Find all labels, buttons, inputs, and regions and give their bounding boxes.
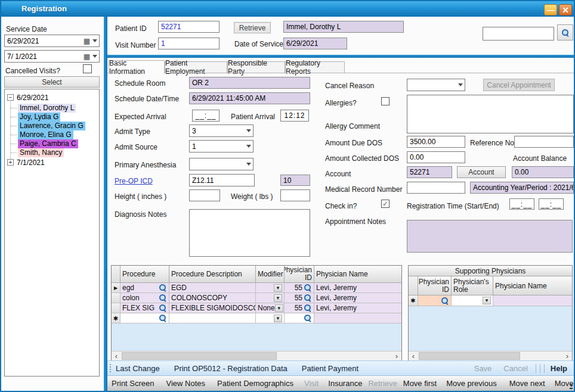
patient-payment-button[interactable]: Patient Payment (301, 364, 359, 373)
scroll-right-icon[interactable]: › (392, 351, 401, 360)
lookup-icon[interactable] (159, 294, 167, 302)
reference-no-input[interactable] (514, 136, 574, 148)
description-cell[interactable]: EGD (169, 283, 256, 293)
row-selector[interactable] (112, 293, 120, 303)
minimize-button[interactable]: — (544, 4, 557, 15)
procedure-cell[interactable]: egd (120, 283, 169, 293)
weight-input[interactable] (280, 189, 310, 201)
account-button[interactable]: Account (457, 166, 506, 178)
primary-anesthesia-select[interactable] (189, 158, 254, 170)
move-first-button[interactable]: Move first (403, 379, 437, 388)
physician-name-cell-new[interactable] (493, 295, 572, 306)
expected-arrival-input[interactable]: __:__ (192, 110, 220, 122)
service-date-from-picker[interactable]: 6/29/2021 ▦ (4, 35, 100, 47)
chevron-down-icon[interactable] (246, 163, 251, 166)
modifier-cell-new[interactable]: ▼ (256, 313, 285, 323)
tree-node-patient[interactable]: Immel, Dorothy L (18, 104, 76, 113)
search-button[interactable] (557, 24, 573, 41)
expand-icon[interactable]: + (7, 159, 14, 166)
procedure-cell-new[interactable] (120, 313, 169, 323)
lookup-icon[interactable] (304, 284, 312, 292)
chevron-down-icon[interactable] (92, 55, 97, 58)
save-button[interactable]: Save (474, 364, 493, 373)
physician-id-cell[interactable]: 55 (285, 293, 314, 303)
modifier-cell[interactable]: ▼ (256, 293, 285, 303)
modifier-cell[interactable]: ▼ (256, 283, 285, 293)
physician-name-cell[interactable]: Levi, Jeremy (314, 303, 401, 313)
tree-node-date-1[interactable]: − 6/29/2021 (7, 93, 48, 102)
select-button[interactable]: Select (4, 76, 100, 88)
scroll-left-icon[interactable]: ‹ (409, 351, 418, 360)
physician-id-cell[interactable]: 55 (285, 283, 314, 293)
lookup-icon[interactable] (159, 314, 167, 322)
collapse-icon[interactable]: − (7, 94, 14, 101)
cancel-button[interactable]: Cancel (503, 364, 528, 373)
cancelled-visits-checkbox[interactable] (83, 64, 92, 73)
scroll-thumb[interactable] (419, 352, 520, 360)
visit-button[interactable]: Visit (304, 379, 319, 388)
physician-id-cell-new[interactable] (418, 295, 452, 306)
procedures-hscrollbar[interactable]: ‹ › (112, 351, 401, 360)
physician-id-cell-new[interactable] (285, 313, 314, 323)
tree-node-date-2[interactable]: + 7/1/2021 (7, 158, 45, 167)
allergies-checkbox[interactable] (381, 97, 389, 105)
new-row-indicator[interactable]: ✱ (409, 295, 418, 306)
supporting-hscrollbar[interactable]: ‹ › (409, 351, 572, 360)
scroll-thumb[interactable] (122, 352, 277, 360)
move-previous-button[interactable]: Move previous (446, 379, 497, 388)
chevron-down-icon[interactable] (458, 83, 463, 86)
lookup-icon[interactable] (304, 294, 312, 302)
dropdown-icon[interactable]: ▼ (274, 315, 282, 322)
physician-id-cell[interactable]: 55 (285, 303, 314, 313)
dropdown-icon[interactable]: ▼ (274, 294, 282, 302)
visit-number-input[interactable]: 1 (158, 38, 220, 49)
check-in-checkbox[interactable]: ✓ (381, 200, 389, 208)
toolbar-overflow-icon[interactable]: ▾ (570, 384, 573, 389)
physician-name-cell-new[interactable] (314, 313, 401, 323)
move-next-button[interactable]: Move next (509, 379, 546, 388)
physician-role-cell-new[interactable]: ▼ (452, 295, 493, 306)
dropdown-icon[interactable]: ▼ (274, 284, 282, 292)
patient-id-input[interactable]: 52271 (158, 21, 220, 33)
chevron-down-icon[interactable] (92, 39, 97, 42)
dropdown-icon[interactable]: ▼ (275, 304, 283, 312)
help-button[interactable]: Help (550, 364, 568, 373)
pre-op-icd-input[interactable]: Z12.11 (189, 174, 255, 186)
modifier-cell[interactable]: None▼ (256, 303, 285, 313)
patient-arrival-input[interactable]: 12:12 (280, 110, 309, 122)
admit-type-select[interactable]: 3 (189, 125, 254, 137)
retrieve-button[interactable]: Retrieve (234, 22, 271, 33)
admit-source-select[interactable]: 1 (189, 140, 254, 153)
row-selector[interactable] (112, 303, 120, 313)
tab-responsible-party[interactable]: Responsible Party (227, 61, 285, 73)
diagnosis-notes-textarea[interactable] (189, 209, 310, 257)
lookup-icon[interactable] (441, 297, 449, 305)
scroll-right-icon[interactable]: › (562, 351, 572, 360)
pre-op-icd-link[interactable]: Pre-OP ICD (115, 177, 153, 185)
view-notes-button[interactable]: View Notes (166, 379, 206, 388)
lookup-icon[interactable] (159, 304, 167, 312)
description-cell[interactable]: FLEXIBLE SIGMOIDOSCOPY (169, 303, 256, 313)
retrieve-toolbar-button[interactable]: Retrieve (367, 379, 397, 388)
tab-regulatory-reports[interactable]: Regulatory Reports (285, 61, 345, 73)
tab-patient-employment[interactable]: Patient Employment (165, 61, 227, 73)
scroll-left-icon[interactable]: ‹ (112, 351, 121, 360)
height-input[interactable] (189, 189, 220, 201)
print-op5012-button[interactable]: Print OP5012 - Registration Data (174, 364, 288, 373)
tree-node-patient[interactable]: Lawrence, Gracin G (18, 122, 85, 130)
chevron-down-icon[interactable] (246, 145, 251, 148)
physician-name-cell[interactable]: Levi, Jeremy (314, 293, 401, 303)
cancel-reason-select[interactable] (407, 79, 465, 91)
tree-node-patient[interactable]: Joy, Lydia G (18, 113, 60, 122)
procedure-cell[interactable]: FLEX SIG (120, 303, 169, 313)
registration-time-start-input[interactable]: __:__ (509, 198, 534, 210)
service-date-to-picker[interactable]: 7/ 1/2021 ▦ (4, 50, 100, 63)
insurance-button[interactable]: Insurance (327, 379, 363, 388)
tab-basic-information[interactable]: Basic Information (109, 60, 165, 73)
chevron-down-icon[interactable] (246, 129, 251, 132)
patient-demographics-button[interactable]: Patient Demographics (217, 379, 294, 388)
lookup-icon[interactable] (304, 304, 312, 312)
close-button[interactable]: ✕ (559, 4, 572, 15)
last-change-button[interactable]: Last Change (115, 364, 160, 373)
lookup-icon[interactable] (159, 284, 167, 292)
